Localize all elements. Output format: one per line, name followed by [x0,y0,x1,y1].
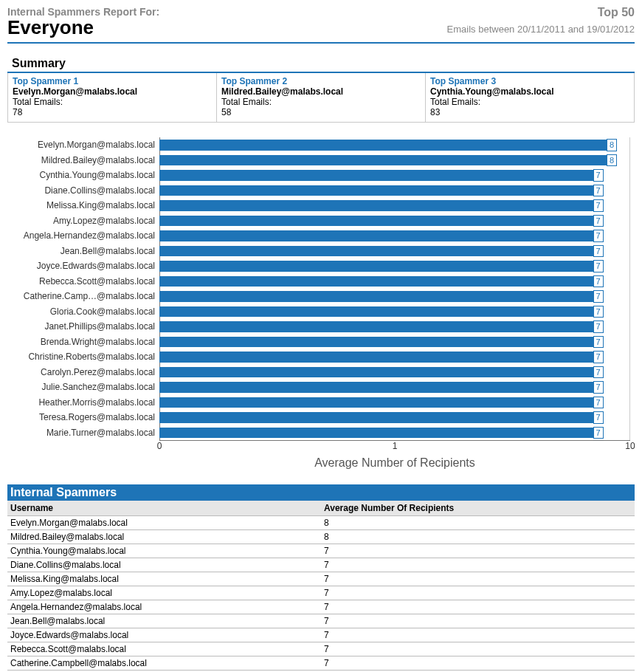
chart-bar [159,155,607,166]
chart-value-badge: 7 [593,290,604,303]
summary-card: Top Spammer 2Mildred.Bailey@malabs.local… [217,73,426,122]
table-header-username: Username [7,501,321,516]
report-header: Internal Spammers Report For: Everyone T… [7,6,635,44]
cell-avg: 7 [321,642,635,656]
chart-category-label: Marie.Turner@malabs.local [12,428,159,438]
chart-bar [159,170,594,181]
chart-value-badge: 8 [607,154,617,167]
chart-category-label: Melissa.King@malabs.local [12,200,159,210]
chart-value-badge: 7 [593,306,604,318]
table-row: Amy.Lopez@malabs.local7 [7,586,635,600]
chart-bar [159,140,607,151]
chart-value-badge: 8 [607,139,617,151]
chart-row-plot: 7 [159,228,630,244]
table-row: Cynthia.Young@malabs.local7 [7,544,635,558]
card-total-value: 58 [221,107,421,117]
cell-avg: 7 [321,656,635,671]
table-row: Evelyn.Morgan@malabs.local8 [7,516,635,530]
chart-bar [159,337,594,348]
table-row: Angela.Hernandez@malabs.local7 [7,600,635,614]
chart-category-label: Heather.Morris@malabs.local [12,397,159,408]
chart-row: Mildred.Bailey@malabs.local8 [12,153,630,168]
chart-bar [159,412,594,423]
chart-category-label: Amy.Lopez@malabs.local [12,216,159,226]
chart-row: Marie.Turner@malabs.local7 [12,425,630,441]
chart-value-badge: 7 [593,260,604,272]
chart-bar [159,352,594,363]
cell-username: Jean.Bell@malabs.local [7,614,321,628]
chart-value-badge: 7 [593,185,604,197]
chart-row-plot: 7 [159,410,630,425]
chart-row-plot: 7 [159,365,630,380]
cell-avg: 7 [321,572,635,586]
chart-row-plot: 7 [159,168,630,183]
chart-category-label: Mildred.Bailey@malabs.local [12,155,159,165]
chart-value-badge: 7 [593,169,604,182]
chart-value-badge: 7 [593,411,604,424]
chart-row: Melissa.King@malabs.local7 [12,198,630,213]
chart-row-plot: 7 [159,213,630,229]
chart-row: Janet.Phillips@malabs.local7 [12,319,630,335]
chart-category-label: Cynthia.Young@malabs.local [12,170,159,180]
chart-value-badge: 7 [593,427,604,439]
chart-category-label: Janet.Phillips@malabs.local [12,321,159,332]
table-row: Diane.Collins@malabs.local7 [7,558,635,572]
chart-value-badge: 7 [593,245,604,258]
chart-row-plot: 7 [159,258,630,274]
chart-row: Catherine.Camp…@malabs.local7 [12,289,630,304]
chart-row: Rebecca.Scott@malabs.local7 [12,274,630,289]
chart-value-badge: 7 [593,397,604,409]
chart-bar [159,230,594,241]
chart-value-badge: 7 [593,351,604,363]
chart-bar [159,200,594,211]
bar-chart: Evelyn.Morgan@malabs.local8Mildred.Baile… [7,137,635,470]
chart-value-badge: 7 [593,336,604,349]
card-title: Top Spammer 1 [13,76,212,86]
cell-avg: 7 [321,544,635,558]
chart-bar [159,185,594,196]
chart-category-label: Gloria.Cook@malabs.local [12,306,159,317]
chart-bar [159,367,594,378]
chart-row-plot: 7 [159,380,630,395]
report-title: Everyone [7,16,159,39]
chart-category-label: Brenda.Wright@malabs.local [12,337,159,347]
cell-avg: 7 [321,614,635,628]
x-axis-tick: 0 [157,441,162,451]
cell-username: Diane.Collins@malabs.local [7,558,321,572]
chart-value-badge: 7 [593,199,604,212]
x-axis-tick: 1 [393,441,398,451]
table-header-avg: Average Number Of Recipients [321,501,635,516]
chart-row-plot: 7 [159,304,630,320]
card-email: Mildred.Bailey@malabs.local [221,86,421,97]
card-title: Top Spammer 2 [221,76,421,86]
chart-bar [159,428,594,439]
cell-avg: 7 [321,558,635,572]
chart-row-plot: 7 [159,244,630,259]
chart-row-plot: 7 [159,183,630,199]
chart-bar [159,246,594,257]
chart-row: Cynthia.Young@malabs.local7 [12,168,630,183]
chart-bar [159,397,594,408]
date-range: Emails between 20/11/2011 and 19/01/2012 [447,24,635,35]
cell-username: Melissa.King@malabs.local [7,572,321,586]
chart-category-label: Angela.Hernandez@malabs.local [12,230,159,241]
chart-row-plot: 7 [159,335,630,350]
chart-category-label: Joyce.Edwards@malabs.local [12,261,159,271]
chart-bar [159,216,594,227]
x-axis-tick: 10 [625,441,635,451]
chart-bar [159,306,594,318]
cell-avg: 8 [321,516,635,530]
cell-username: Angela.Hernandez@malabs.local [7,600,321,614]
chart-value-badge: 7 [593,230,604,242]
chart-value-badge: 7 [593,381,604,394]
chart-row-plot: 7 [159,198,630,213]
chart-row: Angela.Hernandez@malabs.local7 [12,228,630,244]
chart-category-label: Teresa.Rogers@malabs.local [12,412,159,422]
chart-bar [159,321,594,332]
top-n-label: Top 50 [447,6,635,19]
chart-row-plot: 7 [159,274,630,289]
chart-row-plot: 7 [159,289,630,304]
chart-row: Joyce.Edwards@malabs.local7 [12,258,630,274]
spammers-table: Username Average Number Of Recipients Ev… [7,501,635,672]
chart-category-label: Rebecca.Scott@malabs.local [12,276,159,287]
